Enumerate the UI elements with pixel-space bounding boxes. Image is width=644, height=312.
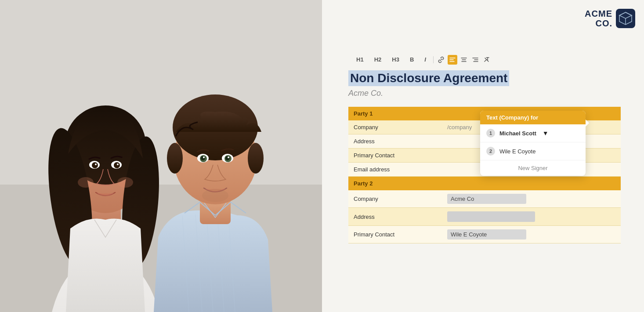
party2-company-row: Company Acme Co	[348, 190, 621, 208]
h3-button[interactable]: H3	[387, 54, 404, 65]
party2-contact-field: Wile E Coyote	[447, 229, 526, 239]
svg-point-20	[167, 143, 183, 174]
svg-point-28	[203, 156, 205, 158]
toolbar: H1 H2 H3 B I	[348, 53, 495, 66]
party2-company-value: Acme Co	[442, 190, 621, 208]
party2-address-row: Address	[348, 208, 621, 226]
svg-point-13	[95, 163, 97, 165]
party2-header-row: Party 2	[348, 177, 621, 191]
logo-text: ACME CO.	[585, 9, 612, 28]
party2-company-field: Acme Co	[447, 194, 526, 204]
svg-point-27	[225, 156, 230, 160]
svg-point-29	[228, 156, 229, 158]
item-1-name: Michael Scott	[499, 130, 536, 137]
bold-button[interactable]: B	[405, 54, 418, 65]
party2-contact-row: Primary Contact Wile E Coyote	[348, 226, 621, 243]
dropdown-item-1[interactable]: 1 Michael Scott ▼	[480, 124, 586, 142]
svg-point-14	[117, 163, 119, 165]
company-placeholder: /company	[447, 124, 472, 131]
svg-point-11	[92, 162, 98, 168]
document-subtitle: Acme Co.	[348, 89, 631, 98]
svg-rect-1	[0, 0, 322, 185]
dropdown-popup: Text (Company) for 1 Michael Scott ▼ 2 W…	[480, 111, 586, 176]
party1-email-label: Email address	[348, 163, 442, 177]
italic-button[interactable]: I	[420, 54, 431, 65]
align-left-icon[interactable]	[448, 55, 457, 65]
dropdown-header: Text (Company) for	[480, 111, 586, 124]
party2-address-field	[447, 211, 535, 222]
align-right-icon[interactable]	[470, 55, 480, 65]
svg-point-16	[117, 177, 133, 188]
svg-point-30	[202, 189, 228, 202]
document-content: Non Disclosure Agreement Acme Co. Party …	[348, 70, 631, 243]
h2-button[interactable]: H2	[370, 54, 386, 65]
party1-company-label: Company	[348, 120, 442, 134]
clear-format-icon[interactable]	[482, 55, 492, 65]
box-icon	[616, 9, 635, 28]
svg-point-12	[114, 162, 120, 168]
new-signer-option[interactable]: New Signer	[480, 160, 586, 176]
party2-contact-value: Wile E Coyote	[442, 226, 621, 243]
toolbar-divider	[433, 56, 434, 63]
align-center-icon[interactable]	[459, 55, 469, 65]
party1-contact-label: Primary Contact	[348, 149, 442, 163]
photo-panel	[0, 0, 322, 312]
document-title: Non Disclosure Agreement	[348, 70, 509, 86]
party2-address-label: Address	[348, 208, 442, 226]
logo-area: ACME CO.	[585, 9, 635, 28]
party2-company-label: Company	[348, 190, 442, 208]
svg-point-21	[248, 143, 264, 174]
document-panel: ACME CO. H1 H2 H3 B I	[322, 0, 644, 312]
item-1-badge: 1	[486, 129, 495, 138]
svg-point-26	[201, 156, 205, 160]
party1-address-label: Address	[348, 134, 442, 149]
party2-contact-label: Primary Contact	[348, 226, 442, 243]
cursor-pointer-icon: ▼	[543, 130, 549, 137]
h1-button[interactable]: H1	[352, 54, 368, 65]
party2-header: Party 2	[348, 177, 621, 191]
link-icon[interactable]	[436, 55, 446, 65]
item-2-name: Wile E Coyote	[499, 148, 535, 155]
party2-address-value	[442, 208, 621, 226]
item-2-badge: 2	[486, 147, 495, 156]
dropdown-item-2[interactable]: 2 Wile E Coyote	[480, 142, 586, 160]
svg-point-15	[78, 177, 94, 188]
